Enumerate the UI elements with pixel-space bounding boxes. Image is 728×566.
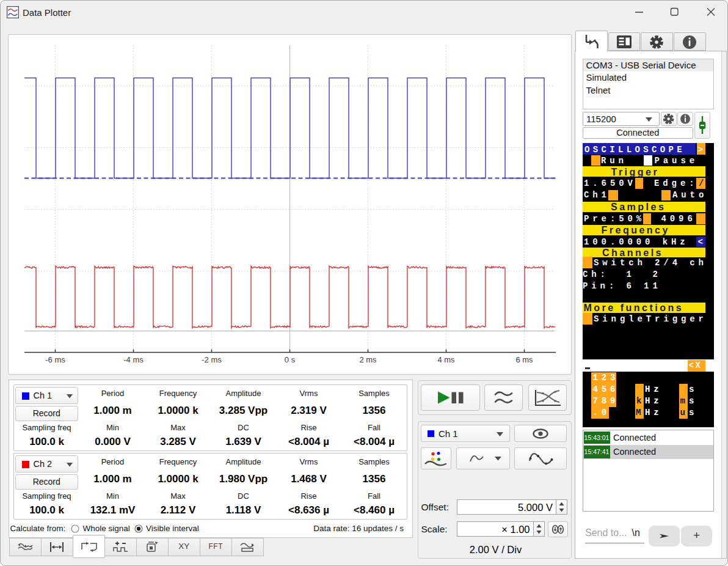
svg-text:4 ms: 4 ms [437, 355, 455, 364]
svg-text:0 s: 0 s [285, 355, 296, 364]
svg-text:-6 ms: -6 ms [45, 355, 65, 364]
svg-text:2 ms: 2 ms [359, 355, 377, 364]
svg-text:6 ms: 6 ms [515, 355, 533, 364]
svg-text:-4 ms: -4 ms [123, 355, 144, 364]
svg-text:-2 ms: -2 ms [202, 355, 222, 364]
